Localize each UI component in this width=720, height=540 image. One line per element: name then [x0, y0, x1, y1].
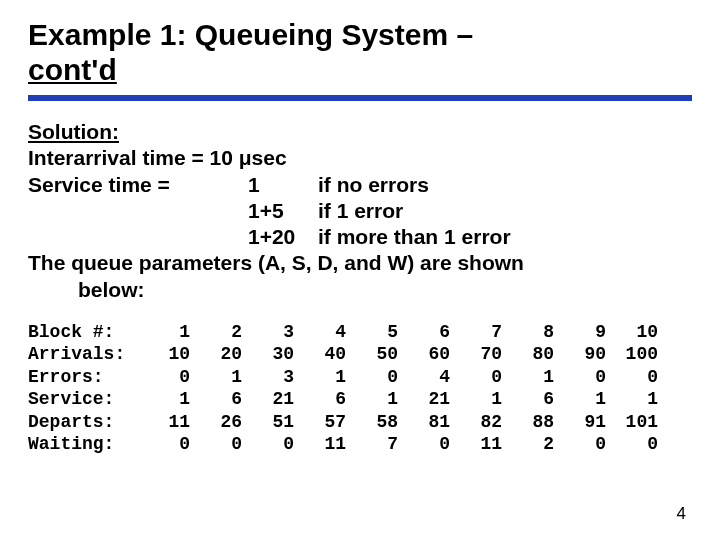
- cell: 5: [346, 321, 398, 344]
- service-cond-0: if no errors: [318, 172, 692, 198]
- cell: 1: [554, 388, 606, 411]
- title-line-1: Example 1: Queueing System –: [28, 18, 473, 51]
- cell: 4: [294, 321, 346, 344]
- cell: 1: [606, 388, 658, 411]
- slide-title: Example 1: Queueing System – cont'd: [28, 18, 692, 87]
- cell: 10: [606, 321, 658, 344]
- cell: 1: [138, 388, 190, 411]
- cell: 58: [346, 411, 398, 434]
- cell: 1: [190, 366, 242, 389]
- cell: 2: [502, 433, 554, 456]
- service-label: Service time =: [28, 172, 248, 198]
- cell: 40: [294, 343, 346, 366]
- cell: 81: [398, 411, 450, 434]
- row-label-errors: Errors:: [28, 366, 138, 389]
- cell: 88: [502, 411, 554, 434]
- row-label-service: Service:: [28, 388, 138, 411]
- cell: 0: [138, 433, 190, 456]
- cell: 60: [398, 343, 450, 366]
- service-label-spacer-1: [28, 198, 248, 224]
- service-value-2: 1+20: [248, 224, 318, 250]
- cell: 70: [450, 343, 502, 366]
- cell: 0: [138, 366, 190, 389]
- cell: 0: [450, 366, 502, 389]
- cell: 2: [190, 321, 242, 344]
- queue-table: Block #: 1 2 3 4 5 6 7 8 9 10 Arrivals: …: [28, 321, 692, 456]
- cell: 4: [398, 366, 450, 389]
- title-line-2: cont'd: [28, 53, 117, 86]
- cell: 0: [242, 433, 294, 456]
- cell: 21: [398, 388, 450, 411]
- row-label-block: Block #:: [28, 321, 138, 344]
- table-row-service: Service: 1 6 21 6 1 21 1 6 1 1: [28, 388, 692, 411]
- cell: 0: [606, 366, 658, 389]
- service-value-0: 1: [248, 172, 318, 198]
- cell: 0: [398, 433, 450, 456]
- table-row-errors: Errors: 0 1 3 1 0 4 0 1 0 0: [28, 366, 692, 389]
- queue-params-line: The queue parameters (A, S, D, and W) ar…: [28, 250, 692, 276]
- cell: 6: [190, 388, 242, 411]
- cell: 3: [242, 366, 294, 389]
- slide-body: Solution: Interarrival time = 10 μsec Se…: [28, 119, 692, 303]
- cell: 80: [502, 343, 554, 366]
- cell: 20: [190, 343, 242, 366]
- cell: 90: [554, 343, 606, 366]
- table-row-departs: Departs: 11 26 51 57 58 81 82 88 91 101: [28, 411, 692, 434]
- solution-heading: Solution:: [28, 119, 692, 145]
- cell: 6: [294, 388, 346, 411]
- cell: 6: [398, 321, 450, 344]
- table-row-block: Block #: 1 2 3 4 5 6 7 8 9 10: [28, 321, 692, 344]
- cell: 0: [346, 366, 398, 389]
- table-row-arrivals: Arrivals: 10 20 30 40 50 60 70 80 90 100: [28, 343, 692, 366]
- service-cond-1: if 1 error: [318, 198, 692, 224]
- service-row-1: 1+5 if 1 error: [28, 198, 692, 224]
- cell: 0: [554, 366, 606, 389]
- cell: 57: [294, 411, 346, 434]
- cell: 91: [554, 411, 606, 434]
- cell: 30: [242, 343, 294, 366]
- cell: 1: [294, 366, 346, 389]
- slide: Example 1: Queueing System – cont'd Solu…: [0, 0, 720, 540]
- cell: 11: [450, 433, 502, 456]
- cell: 0: [554, 433, 606, 456]
- cell: 101: [606, 411, 658, 434]
- cell: 0: [606, 433, 658, 456]
- cell: 21: [242, 388, 294, 411]
- cell: 11: [294, 433, 346, 456]
- cell: 11: [138, 411, 190, 434]
- cell: 1: [138, 321, 190, 344]
- page-number: 4: [677, 504, 686, 524]
- cell: 10: [138, 343, 190, 366]
- row-label-waiting: Waiting:: [28, 433, 138, 456]
- service-label-spacer-2: [28, 224, 248, 250]
- cell: 1: [502, 366, 554, 389]
- queue-params-below: below:: [28, 277, 692, 303]
- cell: 82: [450, 411, 502, 434]
- cell: 1: [450, 388, 502, 411]
- title-underline-rule: [28, 95, 692, 101]
- interarrival-line: Interarrival time = 10 μsec: [28, 145, 692, 171]
- cell: 100: [606, 343, 658, 366]
- cell: 0: [190, 433, 242, 456]
- service-row-2: 1+20 if more than 1 error: [28, 224, 692, 250]
- cell: 7: [346, 433, 398, 456]
- service-cond-2: if more than 1 error: [318, 224, 692, 250]
- service-row-0: Service time = 1 if no errors: [28, 172, 692, 198]
- table-row-waiting: Waiting: 0 0 0 11 7 0 11 2 0 0: [28, 433, 692, 456]
- cell: 50: [346, 343, 398, 366]
- row-label-departs: Departs:: [28, 411, 138, 434]
- cell: 7: [450, 321, 502, 344]
- cell: 26: [190, 411, 242, 434]
- service-value-1: 1+5: [248, 198, 318, 224]
- cell: 9: [554, 321, 606, 344]
- cell: 1: [346, 388, 398, 411]
- row-label-arrivals: Arrivals:: [28, 343, 138, 366]
- cell: 8: [502, 321, 554, 344]
- cell: 3: [242, 321, 294, 344]
- cell: 6: [502, 388, 554, 411]
- cell: 51: [242, 411, 294, 434]
